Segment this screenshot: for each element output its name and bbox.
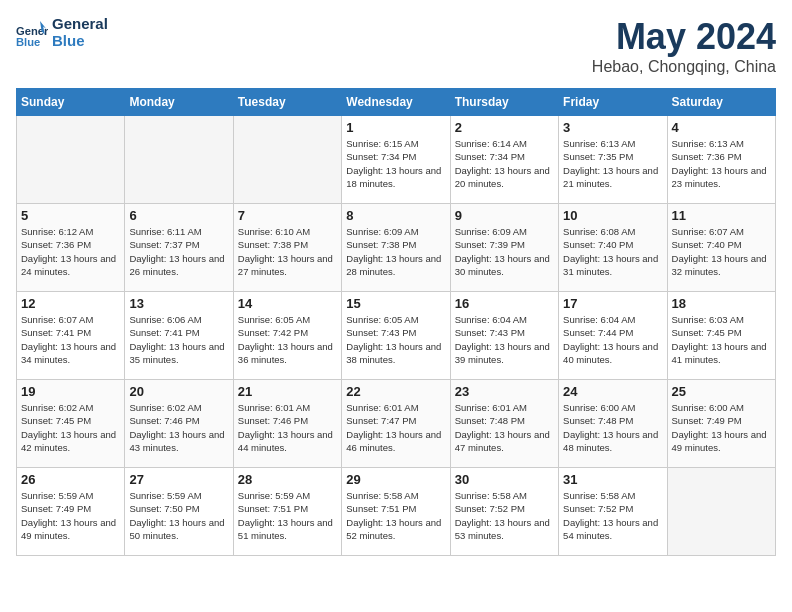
day-info: Sunrise: 5:59 AMSunset: 7:51 PMDaylight:…	[238, 489, 337, 542]
calendar-cell: 25Sunrise: 6:00 AMSunset: 7:49 PMDayligh…	[667, 380, 775, 468]
title-block: May 2024 Hebao, Chongqing, China	[592, 16, 776, 76]
calendar-cell: 21Sunrise: 6:01 AMSunset: 7:46 PMDayligh…	[233, 380, 341, 468]
day-number: 29	[346, 472, 445, 487]
month-title: May 2024	[592, 16, 776, 58]
day-number: 3	[563, 120, 662, 135]
day-info: Sunrise: 5:58 AMSunset: 7:51 PMDaylight:…	[346, 489, 445, 542]
day-number: 4	[672, 120, 771, 135]
day-number: 7	[238, 208, 337, 223]
calendar-cell: 4Sunrise: 6:13 AMSunset: 7:36 PMDaylight…	[667, 116, 775, 204]
day-info: Sunrise: 6:02 AMSunset: 7:45 PMDaylight:…	[21, 401, 120, 454]
calendar-week-row: 19Sunrise: 6:02 AMSunset: 7:45 PMDayligh…	[17, 380, 776, 468]
calendar-cell	[233, 116, 341, 204]
calendar-cell: 24Sunrise: 6:00 AMSunset: 7:48 PMDayligh…	[559, 380, 667, 468]
weekday-header: Friday	[559, 89, 667, 116]
day-info: Sunrise: 6:13 AMSunset: 7:36 PMDaylight:…	[672, 137, 771, 190]
day-number: 19	[21, 384, 120, 399]
calendar-cell: 16Sunrise: 6:04 AMSunset: 7:43 PMDayligh…	[450, 292, 558, 380]
calendar-cell: 19Sunrise: 6:02 AMSunset: 7:45 PMDayligh…	[17, 380, 125, 468]
day-number: 26	[21, 472, 120, 487]
day-number: 23	[455, 384, 554, 399]
day-number: 15	[346, 296, 445, 311]
weekday-header: Tuesday	[233, 89, 341, 116]
calendar-cell: 31Sunrise: 5:58 AMSunset: 7:52 PMDayligh…	[559, 468, 667, 556]
day-number: 21	[238, 384, 337, 399]
svg-text:Blue: Blue	[16, 35, 40, 47]
day-info: Sunrise: 6:08 AMSunset: 7:40 PMDaylight:…	[563, 225, 662, 278]
page-header: General Blue General Blue May 2024 Hebao…	[16, 16, 776, 76]
logo-line2: Blue	[52, 33, 108, 50]
calendar-cell: 9Sunrise: 6:09 AMSunset: 7:39 PMDaylight…	[450, 204, 558, 292]
day-number: 16	[455, 296, 554, 311]
day-info: Sunrise: 6:06 AMSunset: 7:41 PMDaylight:…	[129, 313, 228, 366]
calendar-cell: 30Sunrise: 5:58 AMSunset: 7:52 PMDayligh…	[450, 468, 558, 556]
day-info: Sunrise: 5:59 AMSunset: 7:49 PMDaylight:…	[21, 489, 120, 542]
logo-icon: General Blue	[16, 17, 48, 49]
day-info: Sunrise: 6:09 AMSunset: 7:39 PMDaylight:…	[455, 225, 554, 278]
day-info: Sunrise: 6:13 AMSunset: 7:35 PMDaylight:…	[563, 137, 662, 190]
day-info: Sunrise: 6:07 AMSunset: 7:40 PMDaylight:…	[672, 225, 771, 278]
day-info: Sunrise: 6:05 AMSunset: 7:43 PMDaylight:…	[346, 313, 445, 366]
day-number: 18	[672, 296, 771, 311]
calendar-cell: 10Sunrise: 6:08 AMSunset: 7:40 PMDayligh…	[559, 204, 667, 292]
day-number: 25	[672, 384, 771, 399]
day-info: Sunrise: 6:04 AMSunset: 7:44 PMDaylight:…	[563, 313, 662, 366]
weekday-header: Saturday	[667, 89, 775, 116]
calendar-cell: 7Sunrise: 6:10 AMSunset: 7:38 PMDaylight…	[233, 204, 341, 292]
calendar-week-row: 12Sunrise: 6:07 AMSunset: 7:41 PMDayligh…	[17, 292, 776, 380]
day-info: Sunrise: 6:01 AMSunset: 7:47 PMDaylight:…	[346, 401, 445, 454]
day-info: Sunrise: 6:07 AMSunset: 7:41 PMDaylight:…	[21, 313, 120, 366]
day-number: 6	[129, 208, 228, 223]
calendar-cell	[17, 116, 125, 204]
weekday-header-row: SundayMondayTuesdayWednesdayThursdayFrid…	[17, 89, 776, 116]
location: Hebao, Chongqing, China	[592, 58, 776, 76]
day-number: 27	[129, 472, 228, 487]
calendar-cell: 3Sunrise: 6:13 AMSunset: 7:35 PMDaylight…	[559, 116, 667, 204]
calendar-cell: 23Sunrise: 6:01 AMSunset: 7:48 PMDayligh…	[450, 380, 558, 468]
weekday-header: Wednesday	[342, 89, 450, 116]
day-info: Sunrise: 6:01 AMSunset: 7:46 PMDaylight:…	[238, 401, 337, 454]
day-number: 2	[455, 120, 554, 135]
logo: General Blue General Blue	[16, 16, 108, 49]
day-number: 31	[563, 472, 662, 487]
calendar-cell	[125, 116, 233, 204]
day-info: Sunrise: 6:01 AMSunset: 7:48 PMDaylight:…	[455, 401, 554, 454]
day-info: Sunrise: 6:03 AMSunset: 7:45 PMDaylight:…	[672, 313, 771, 366]
day-info: Sunrise: 5:58 AMSunset: 7:52 PMDaylight:…	[563, 489, 662, 542]
day-info: Sunrise: 6:09 AMSunset: 7:38 PMDaylight:…	[346, 225, 445, 278]
day-info: Sunrise: 6:15 AMSunset: 7:34 PMDaylight:…	[346, 137, 445, 190]
day-number: 30	[455, 472, 554, 487]
day-info: Sunrise: 6:14 AMSunset: 7:34 PMDaylight:…	[455, 137, 554, 190]
day-number: 24	[563, 384, 662, 399]
day-number: 10	[563, 208, 662, 223]
calendar-cell: 18Sunrise: 6:03 AMSunset: 7:45 PMDayligh…	[667, 292, 775, 380]
day-number: 1	[346, 120, 445, 135]
calendar-week-row: 26Sunrise: 5:59 AMSunset: 7:49 PMDayligh…	[17, 468, 776, 556]
weekday-header: Monday	[125, 89, 233, 116]
day-number: 5	[21, 208, 120, 223]
calendar-cell: 14Sunrise: 6:05 AMSunset: 7:42 PMDayligh…	[233, 292, 341, 380]
day-number: 11	[672, 208, 771, 223]
calendar-cell: 12Sunrise: 6:07 AMSunset: 7:41 PMDayligh…	[17, 292, 125, 380]
calendar-cell: 17Sunrise: 6:04 AMSunset: 7:44 PMDayligh…	[559, 292, 667, 380]
calendar-cell: 22Sunrise: 6:01 AMSunset: 7:47 PMDayligh…	[342, 380, 450, 468]
day-number: 28	[238, 472, 337, 487]
calendar-cell: 27Sunrise: 5:59 AMSunset: 7:50 PMDayligh…	[125, 468, 233, 556]
day-info: Sunrise: 6:11 AMSunset: 7:37 PMDaylight:…	[129, 225, 228, 278]
day-info: Sunrise: 5:58 AMSunset: 7:52 PMDaylight:…	[455, 489, 554, 542]
calendar-cell: 13Sunrise: 6:06 AMSunset: 7:41 PMDayligh…	[125, 292, 233, 380]
day-info: Sunrise: 6:05 AMSunset: 7:42 PMDaylight:…	[238, 313, 337, 366]
calendar-cell: 5Sunrise: 6:12 AMSunset: 7:36 PMDaylight…	[17, 204, 125, 292]
day-info: Sunrise: 6:00 AMSunset: 7:49 PMDaylight:…	[672, 401, 771, 454]
calendar-cell: 11Sunrise: 6:07 AMSunset: 7:40 PMDayligh…	[667, 204, 775, 292]
calendar-cell: 15Sunrise: 6:05 AMSunset: 7:43 PMDayligh…	[342, 292, 450, 380]
day-number: 9	[455, 208, 554, 223]
day-info: Sunrise: 6:00 AMSunset: 7:48 PMDaylight:…	[563, 401, 662, 454]
calendar-week-row: 1Sunrise: 6:15 AMSunset: 7:34 PMDaylight…	[17, 116, 776, 204]
calendar-cell: 26Sunrise: 5:59 AMSunset: 7:49 PMDayligh…	[17, 468, 125, 556]
day-number: 14	[238, 296, 337, 311]
calendar-cell: 28Sunrise: 5:59 AMSunset: 7:51 PMDayligh…	[233, 468, 341, 556]
day-number: 8	[346, 208, 445, 223]
day-info: Sunrise: 6:12 AMSunset: 7:36 PMDaylight:…	[21, 225, 120, 278]
day-info: Sunrise: 6:04 AMSunset: 7:43 PMDaylight:…	[455, 313, 554, 366]
